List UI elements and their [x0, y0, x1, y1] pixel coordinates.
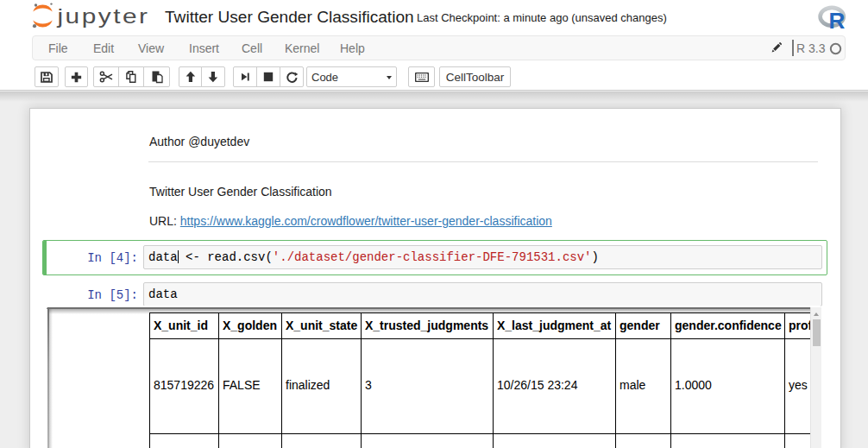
svg-text:R: R	[829, 8, 846, 31]
svg-text:jupyter: jupyter	[56, 4, 149, 28]
